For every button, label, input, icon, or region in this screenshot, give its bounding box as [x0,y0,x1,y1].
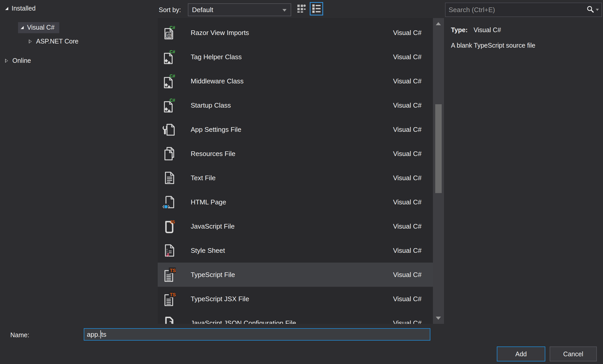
template-category: Visual C# [393,319,422,324]
list-scrollbar[interactable] [433,18,444,324]
template-name: Resources File [191,150,235,158]
tree-node-label: Installed [12,5,36,12]
search-icon[interactable] [587,5,594,14]
template-category: Visual C# [393,174,422,182]
tree-node-label: Online [12,57,31,64]
search-box[interactable] [445,3,602,17]
name-label: Name: [10,331,29,339]
template-item[interactable]: TS TypeScript JSX File Visual C# [158,287,433,311]
template-name: Middleware Class [191,77,244,85]
search-input[interactable] [446,6,587,14]
svg-text:@: @ [167,33,171,38]
template-name: JavaScript JSON Configuration File [191,319,296,324]
svg-text:TS: TS [170,292,176,297]
app-settings-icon [162,122,177,137]
template-item[interactable]: A Style Sheet Visual C# [158,238,433,263]
svg-text:A: A [166,252,170,257]
typescript-jsx-file-icon: TS [162,291,177,307]
name-input[interactable]: app. ts [84,328,430,341]
tree-node-online[interactable]: Online [5,57,31,64]
small-icons-view-icon [297,4,306,14]
csharp-class-icon: C# [162,73,177,89]
template-category: Visual C# [393,198,422,206]
chevron-down-icon [282,9,287,12]
template-category: Visual C# [393,222,422,230]
expanded-triangle-icon[interactable] [5,7,8,10]
list-view-icon [312,4,321,14]
text-caret [100,330,101,339]
typescript-file-icon: TS [162,267,177,282]
collapsed-triangle-icon[interactable] [29,39,34,44]
template-name: Startup Class [191,101,231,109]
add-button-label: Add [515,350,527,358]
template-category: Visual C# [393,101,422,109]
cancel-button[interactable]: Cancel [550,346,597,361]
template-item[interactable]: C# @ Razor View Imports Visual C# [158,21,433,45]
template-name: App Settings File [191,126,241,134]
add-new-item-dialog: Installed Visual C# ASP.NET Core Online … [0,0,603,364]
json-config-icon [162,315,177,324]
sort-by-value: Default [192,6,213,14]
scroll-down-arrow-icon[interactable] [436,317,441,320]
template-category: Visual C# [393,247,422,255]
template-item[interactable]: C# Middleware Class Visual C# [158,69,433,93]
template-category: Visual C# [393,295,422,303]
csharp-class-icon: C# [162,98,177,113]
template-name: Text File [191,174,216,182]
template-category: Visual C# [393,53,422,61]
type-value: Visual C# [474,26,501,33]
template-type-row: Type: Visual C# [451,26,501,34]
template-name: JavaScript File [191,222,235,230]
template-item[interactable]: Text File Visual C# [158,166,433,190]
template-category: Visual C# [393,271,422,279]
template-item[interactable]: JavaScript JSON Configuration File Visua… [158,311,433,324]
template-item[interactable]: Resources File Visual C# [158,142,433,166]
small-icons-view-button[interactable] [295,3,308,16]
template-name: HTML Page [191,198,226,206]
template-item[interactable]: JS JavaScript File Visual C# [158,214,433,238]
tree-node-aspnet-core[interactable]: ASP.NET Core [29,38,78,45]
search-options-chevron-icon[interactable] [596,9,599,11]
template-item[interactable]: HTML Page Visual C# [158,190,433,214]
template-name: TypeScript JSX File [191,295,249,303]
template-category: Visual C# [393,77,422,85]
svg-text:TS: TS [170,268,176,273]
html-page-icon [162,194,177,210]
template-category: Visual C# [393,29,422,37]
tree-node-installed[interactable]: Installed [5,5,36,12]
text-file-icon [162,170,177,186]
template-item-selected[interactable]: TS TypeScript File Visual C# [158,263,433,287]
sort-by-dropdown[interactable]: Default [188,3,291,16]
tree-node-label: ASP.NET Core [36,38,78,45]
type-label: Type: [451,26,468,33]
scrollbar-thumb[interactable] [435,104,442,193]
template-name: Razor View Imports [191,29,249,37]
template-item[interactable]: App Settings File Visual C# [158,117,433,142]
csharp-class-icon: C# [162,49,177,65]
template-list: C# @ Razor View Imports Visual C# C# [158,18,433,324]
list-view-button[interactable] [310,2,323,15]
template-item[interactable]: C# Startup Class Visual C# [158,93,433,117]
style-sheet-icon: A [162,243,177,258]
template-category: Visual C# [393,150,422,158]
tree-node-label: Visual C# [27,24,55,31]
template-item[interactable]: C# Tag Helper Class Visual C# [158,45,433,69]
svg-text:JS: JS [170,220,175,224]
template-category: Visual C# [393,126,422,134]
sort-by-label: Sort by: [159,6,181,14]
javascript-file-icon: JS [162,219,177,234]
template-name: Tag Helper Class [191,53,242,61]
collapsed-triangle-icon[interactable] [5,59,10,63]
cancel-button-label: Cancel [563,350,583,358]
template-description: A blank TypeScript source file [451,42,535,49]
template-name: TypeScript File [191,271,235,279]
name-value-post-caret: ts [101,331,106,339]
razor-view-imports-icon: C# @ [162,25,177,40]
add-button[interactable]: Add [497,346,545,361]
name-value-pre-caret: app. [87,331,100,339]
scroll-up-arrow-icon[interactable] [436,22,441,25]
template-name: Style Sheet [191,247,225,255]
tree-node-visual-csharp[interactable]: Visual C# [18,22,59,33]
expanded-triangle-icon[interactable] [21,26,24,29]
resources-file-icon [162,146,177,161]
